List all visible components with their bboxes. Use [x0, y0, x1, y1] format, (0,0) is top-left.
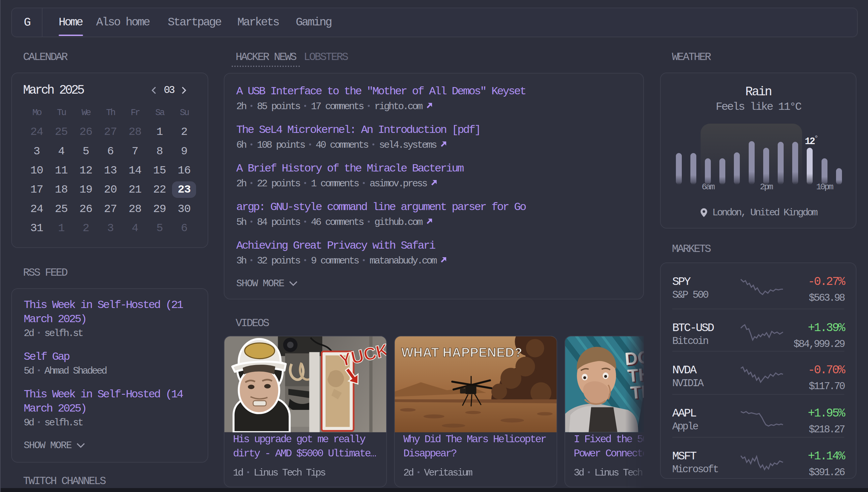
svg-text:WHAT HAPPENED?: WHAT HAPPENED? [401, 345, 522, 360]
